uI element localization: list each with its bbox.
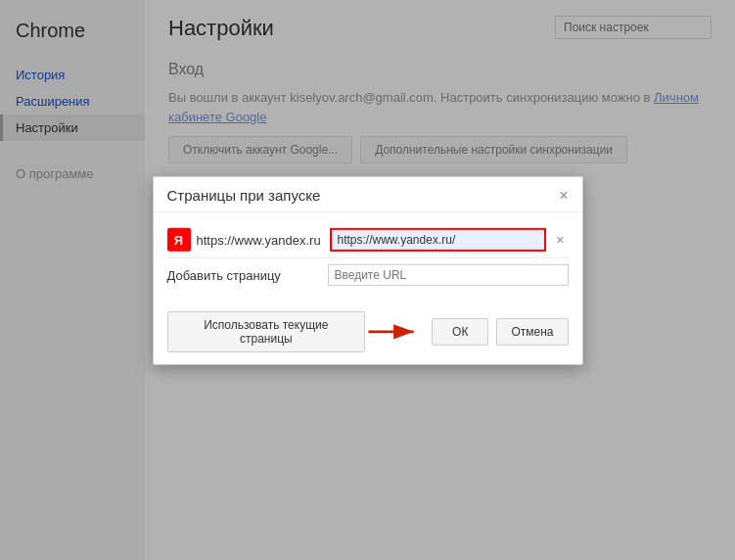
url-clear-button[interactable]: × [552, 232, 568, 248]
ok-button[interactable]: ОК [432, 318, 488, 346]
dialog-footer: Использовать текущие страницы ОК Отмена [154, 302, 582, 364]
add-page-row: Добавить страницу [167, 258, 569, 292]
url-entry-row: Я https://www.yandex.ru × [167, 222, 569, 258]
dialog-body: Я https://www.yandex.ru × Добавить стран… [154, 212, 582, 302]
footer-right: ОК Отмена [365, 317, 568, 347]
add-url-input[interactable] [328, 264, 569, 286]
use-current-pages-button[interactable]: Использовать текущие страницы [167, 311, 366, 352]
dialog-close-button[interactable]: × [559, 187, 568, 203]
arrow-icon [365, 317, 424, 347]
yandex-favicon: Я [167, 228, 191, 252]
dialog-title-bar: Страницы при запуске × [154, 177, 582, 212]
dialog-title: Страницы при запуске [167, 187, 321, 204]
url-edit-input[interactable] [330, 228, 547, 252]
add-page-label: Добавить страницу [167, 267, 322, 282]
startup-pages-dialog: Страницы при запуске × Я https://www.yan… [153, 176, 583, 365]
cancel-button[interactable]: Отмена [496, 318, 568, 346]
url-display-label: https://www.yandex.ru [197, 232, 324, 247]
